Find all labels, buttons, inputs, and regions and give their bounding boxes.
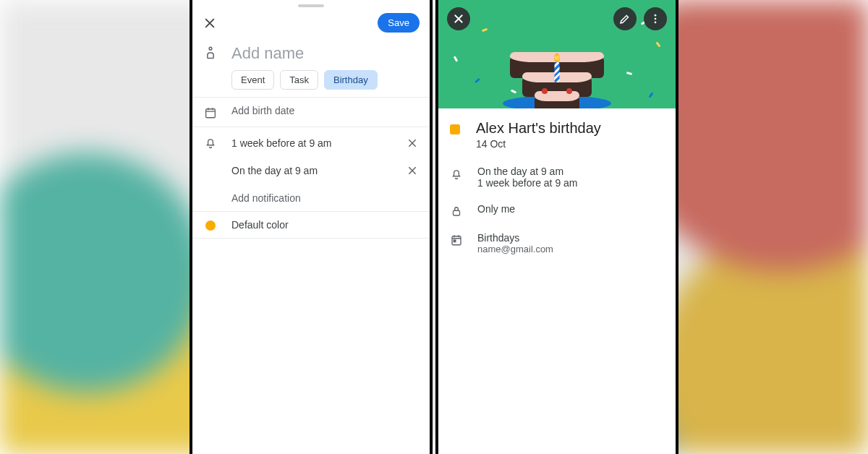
- create-toolbar: Save: [192, 7, 430, 37]
- hero-toolbar: [438, 7, 676, 30]
- calendar-account: name@gmail.com: [477, 244, 553, 254]
- cake-person-icon: [203, 46, 218, 60]
- confetti-icon: [626, 72, 633, 75]
- phone-create-birthday: Save Add name Event Task Birthday Add bi…: [190, 0, 433, 454]
- chip-birthday[interactable]: Birthday: [324, 70, 378, 90]
- remove-notification-icon[interactable]: [407, 137, 418, 149]
- bell-icon: [203, 136, 218, 149]
- type-chips: Event Task Birthday: [231, 70, 418, 90]
- notifications-row: 1 week before at 9 am On the day at 9 am…: [192, 127, 430, 211]
- chip-event[interactable]: Event: [231, 70, 274, 90]
- calendar-source-row: Birthdays name@gmail.com: [438, 225, 676, 262]
- event-title-row: Alex Hart's birthday 14 Oct: [438, 108, 676, 153]
- add-notification-label: Add notification: [231, 192, 301, 204]
- svg-rect-7: [454, 240, 456, 242]
- visibility-label: Only me: [477, 203, 515, 218]
- event-color-swatch-icon: [450, 124, 460, 134]
- color-row[interactable]: Default color: [192, 212, 430, 238]
- bell-icon: [450, 167, 463, 189]
- confetti-icon: [648, 92, 653, 98]
- svg-point-4: [655, 22, 657, 24]
- svg-rect-5: [454, 210, 460, 215]
- notification-label: 1 week before at 9 am: [231, 137, 332, 149]
- divider: [192, 238, 430, 239]
- phones-container: Save Add name Event Task Birthday Add bi…: [190, 0, 678, 454]
- birthday-cake-icon: [510, 56, 604, 108]
- event-date: 14 Oct: [476, 138, 601, 150]
- lock-icon: [450, 205, 463, 218]
- calendar-icon: [450, 234, 463, 254]
- name-row: Add name Event Task Birthday: [192, 37, 430, 97]
- birth-date-label: Add birth date: [231, 105, 418, 116]
- remove-notification-icon[interactable]: [407, 165, 418, 176]
- chip-task[interactable]: Task: [280, 70, 318, 90]
- overflow-menu-button[interactable]: [644, 7, 667, 30]
- svg-point-3: [655, 18, 657, 20]
- detail-notifications-row: On the day at 9 am 1 week before at 9 am: [438, 158, 676, 196]
- add-notification-button[interactable]: Add notification: [231, 189, 418, 207]
- confetti-icon: [655, 41, 660, 47]
- svg-point-2: [655, 14, 657, 17]
- calendar-icon: [203, 106, 218, 119]
- save-button[interactable]: Save: [378, 13, 420, 33]
- name-field[interactable]: Add name: [231, 44, 418, 63]
- svg-point-0: [209, 47, 212, 50]
- close-icon[interactable]: [203, 16, 217, 30]
- notification-item: 1 week before at 9 am: [231, 134, 418, 152]
- calendar-name: Birthdays: [477, 232, 553, 244]
- notification-label: On the day at 9 am: [477, 166, 578, 177]
- birth-date-row[interactable]: Add birth date: [192, 98, 430, 127]
- edit-button[interactable]: [613, 7, 637, 30]
- phone-event-detail: Alex Hart's birthday 14 Oct On the day a…: [435, 0, 678, 454]
- hero-image: [438, 0, 676, 108]
- notification-item: On the day at 9 am: [231, 162, 418, 179]
- color-label: Default color: [231, 219, 418, 231]
- confetti-icon: [475, 78, 480, 83]
- svg-rect-1: [206, 109, 216, 118]
- close-button[interactable]: [447, 7, 470, 30]
- visibility-row: Only me: [438, 196, 676, 225]
- color-swatch-icon: [203, 220, 218, 231]
- confetti-icon: [454, 56, 459, 61]
- notification-label: 1 week before at 9 am: [477, 177, 578, 189]
- notification-label: On the day at 9 am: [231, 165, 318, 176]
- event-title: Alex Hart's birthday: [476, 120, 601, 137]
